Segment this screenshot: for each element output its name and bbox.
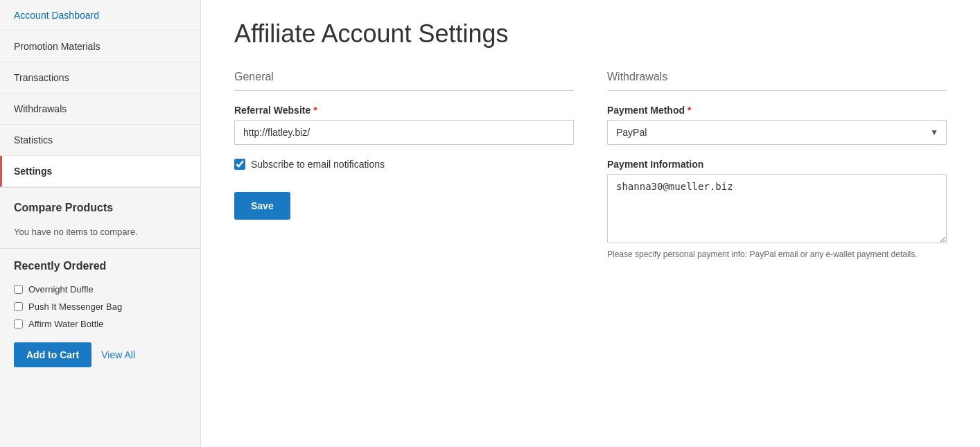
required-star: *: [313, 105, 317, 116]
sidebar: Account DashboardPromotion MaterialsTran…: [0, 0, 201, 447]
general-heading: General: [234, 71, 574, 91]
recently-ordered-checkbox-2[interactable]: [14, 319, 23, 328]
sidebar-link-settings[interactable]: Settings: [2, 156, 200, 186]
payment-method-label: Payment Method*: [607, 105, 947, 116]
subscribe-label[interactable]: Subscribe to email notifications: [251, 159, 385, 170]
compare-products-text: You have no items to compare.: [0, 227, 200, 248]
sidebar-item-promotion-materials[interactable]: Promotion Materials: [0, 31, 200, 62]
required-star-2: *: [688, 105, 691, 116]
withdrawals-heading: Withdrawals: [607, 71, 947, 91]
add-to-cart-button[interactable]: Add to Cart: [14, 342, 91, 367]
recently-ordered-title: Recently Ordered: [0, 249, 200, 281]
save-button[interactable]: Save: [234, 192, 290, 220]
sidebar-item-transactions[interactable]: Transactions: [0, 62, 200, 94]
main-content: Affiliate Account Settings General Refer…: [201, 0, 980, 447]
sidebar-link-statistics[interactable]: Statistics: [0, 125, 200, 155]
general-section: General Referral Website* Subscribe to e…: [234, 71, 574, 273]
subscribe-checkbox-wrapper: Subscribe to email notifications: [234, 159, 574, 170]
subscribe-checkbox[interactable]: [234, 159, 245, 170]
compare-products-section: Compare Products: [0, 188, 200, 227]
sidebar-item-statistics[interactable]: Statistics: [0, 125, 200, 156]
payment-information-label: Payment Information: [607, 159, 947, 170]
list-item: Affirm Water Bottle: [14, 315, 186, 333]
list-item: Overnight Duffle: [14, 281, 186, 298]
payment-method-select-wrapper: PayPal Bank Transfer Check ▼: [607, 120, 947, 145]
recently-ordered-checkbox-1[interactable]: [14, 302, 23, 311]
payment-method-field: Payment Method* PayPal Bank Transfer Che…: [607, 105, 947, 145]
sidebar-link-account-dashboard[interactable]: Account Dashboard: [0, 0, 200, 30]
payment-hint: Please specify personal payment info: Pa…: [607, 249, 947, 259]
compare-products-title: Compare Products: [14, 202, 186, 214]
list-item: Push It Messenger Bag: [14, 298, 186, 315]
sidebar-link-withdrawals[interactable]: Withdrawals: [0, 94, 200, 124]
recently-ordered-checkbox-0[interactable]: [14, 285, 23, 294]
sidebar-buttons: Add to Cart View All: [0, 333, 200, 377]
withdrawals-section: Withdrawals Payment Method* PayPal Bank …: [607, 71, 947, 273]
sidebar-link-promotion-materials[interactable]: Promotion Materials: [0, 31, 200, 62]
sidebar-link-transactions[interactable]: Transactions: [0, 62, 200, 93]
view-all-link[interactable]: View All: [101, 349, 135, 360]
payment-method-select[interactable]: PayPal Bank Transfer Check: [607, 120, 947, 145]
sidebar-item-withdrawals[interactable]: Withdrawals: [0, 94, 200, 125]
form-sections: General Referral Website* Subscribe to e…: [234, 71, 947, 273]
sidebar-item-account-dashboard[interactable]: Account Dashboard: [0, 0, 200, 31]
recently-ordered-item-label: Push It Messenger Bag: [28, 301, 122, 312]
referral-website-field: Referral Website*: [234, 105, 574, 145]
payment-information-textarea[interactable]: shanna30@mueller.biz: [607, 174, 947, 243]
referral-website-label: Referral Website*: [234, 105, 574, 116]
recently-ordered-list: Overnight DufflePush It Messenger BagAff…: [0, 281, 200, 333]
sidebar-nav: Account DashboardPromotion MaterialsTran…: [0, 0, 200, 187]
recently-ordered-item-label: Overnight Duffle: [28, 284, 94, 295]
payment-information-field: Payment Information shanna30@mueller.biz…: [607, 159, 947, 259]
page-title: Affiliate Account Settings: [234, 19, 947, 49]
recently-ordered-item-label: Affirm Water Bottle: [28, 319, 103, 329]
sidebar-item-settings[interactable]: Settings: [0, 156, 200, 187]
save-section: Save: [234, 192, 574, 220]
subscribe-field: Subscribe to email notifications: [234, 159, 574, 170]
referral-website-input[interactable]: [234, 120, 574, 145]
